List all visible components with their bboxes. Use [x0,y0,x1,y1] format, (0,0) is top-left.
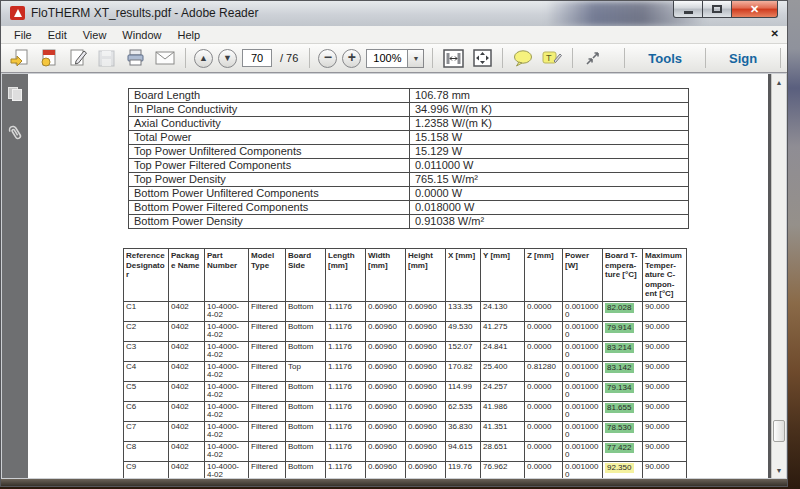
add-comment-button[interactable] [511,48,535,69]
table-row: C1 0402 10-4000-4-02 Filtered Bottom 1.1… [124,301,687,321]
close-button[interactable]: ✕ [732,1,778,18]
cell-length: 1.1176 [326,421,366,441]
sign-document-button[interactable] [66,48,90,69]
cell-x: 49.530 [446,321,481,341]
cell-height: 0.60960 [406,301,446,321]
cell-model-type: Filtered [249,461,286,478]
vertical-scrollbar[interactable]: ▲ ▼ [771,74,786,478]
create-pdf-icon [39,49,59,67]
create-pdf-button[interactable] [37,48,61,69]
toolbar-separator [309,48,310,68]
page-count-label: / 76 [280,52,298,64]
menubar-close-icon[interactable]: ✕ [771,28,779,39]
table-row: C3 0402 10-4000-4-02 Filtered Bottom 1.1… [124,341,687,361]
cell-length: 1.1176 [326,361,366,381]
summary-value: 0.018000 W [410,201,689,215]
cell-power: 0.0010000 [563,301,603,321]
share-button[interactable] [581,48,605,69]
zoom-in-button[interactable]: + [342,49,361,68]
cell-max-temperature: 90.000 [643,341,687,361]
next-page-button[interactable]: ▼ [218,49,237,68]
tools-button[interactable]: Tools [633,51,697,66]
cell-package: 0402 [169,401,205,421]
cell-reference: C8 [124,441,169,461]
cell-package: 0402 [169,461,205,478]
summary-label: Board Length [129,89,410,103]
cell-y: 41.351 [481,421,525,441]
temperature-highlight: 81.655 [605,403,634,414]
component-results-table: Reference DesignatorPackage NamePart Num… [123,248,687,478]
cell-height: 0.60960 [406,401,446,421]
cell-package: 0402 [169,441,205,461]
cell-board-temperature: 79.134 [603,381,643,401]
cell-max-temperature: 90.000 [643,401,687,421]
summary-row: Bottom Power Unfiltered Components 0.000… [129,187,689,201]
column-header: Package Name [169,249,205,302]
maximize-button[interactable] [703,1,732,18]
save-icon [98,50,116,67]
fit-width-button[interactable] [441,48,465,69]
menu-help[interactable]: Help [169,27,208,43]
cell-model-type: Filtered [249,421,286,441]
cell-part-number: 10-4000-4-02 [205,381,249,401]
cell-y: 41.275 [481,321,525,341]
minimize-icon [684,11,693,14]
cell-max-temperature: 90.000 [643,361,687,381]
print-button[interactable] [124,48,148,69]
cell-height: 0.60960 [406,321,446,341]
summary-row: Top Power Unfiltered Components 15.129 W [129,145,689,159]
zoom-out-button[interactable]: − [318,49,337,68]
summary-label: Bottom Power Filtered Components [129,201,410,215]
column-header: Y [mm] [481,249,525,302]
column-header: Power [W] [563,249,603,302]
summary-value: 15.129 W [410,145,689,159]
window-title: FloTHERM XT_results.pdf - Adobe Reader [31,6,258,20]
cell-height: 0.60960 [406,341,446,361]
summary-value: 0.011000 W [410,159,689,173]
highlight-text-button[interactable]: T [540,48,564,69]
svg-text:T: T [546,53,552,63]
sign-button[interactable]: Sign [714,51,772,66]
save-button[interactable] [95,48,119,69]
cell-y: 76.962 [481,461,525,478]
menu-edit[interactable]: Edit [40,27,75,43]
zoom-level-select[interactable]: 100% ▼ [366,49,424,68]
summary-row: Axial Conductivity 1.2358 W/(m K) [129,117,689,131]
chevron-down-icon[interactable]: ▼ [408,49,424,68]
cell-board-temperature: 83.214 [603,341,643,361]
cell-max-temperature: 90.000 [643,321,687,341]
menu-view[interactable]: View [75,27,115,43]
cell-reference: C2 [124,321,169,341]
summary-label: Bottom Power Density [129,215,410,229]
cell-y: 25.400 [481,361,525,381]
menu-window[interactable]: Window [114,27,169,43]
cell-power: 0.0010000 [563,461,603,478]
summary-value: 15.158 W [410,131,689,145]
cell-length: 1.1176 [326,301,366,321]
cell-model-type: Filtered [249,341,286,361]
sign-document-icon [68,49,88,67]
cell-z: 0.0000 [525,341,563,361]
toolbar-separator [705,48,706,68]
cell-x: 62.535 [446,401,481,421]
column-header: Length [mm] [326,249,366,302]
page-number-input[interactable] [242,49,272,67]
document-page[interactable]: Board Length 106.78 mm In Plane Conducti… [28,74,768,478]
cell-part-number: 10-4000-4-02 [205,361,249,381]
open-file-button[interactable] [8,48,32,69]
page-thumbnails-icon[interactable] [7,86,24,102]
comment-button[interactable]: Comment [789,51,800,66]
menu-file[interactable]: File [6,27,40,43]
cell-x: 36.830 [446,421,481,441]
menubar: File Edit View Window Help ✕ [1,26,787,44]
plus-icon: + [348,50,356,64]
previous-page-button[interactable]: ▲ [194,49,213,68]
cell-x: 114.99 [446,381,481,401]
scroll-up-icon[interactable]: ▲ [772,75,786,89]
fit-page-button[interactable] [470,48,494,69]
scrollbar-thumb[interactable] [773,420,785,442]
minimize-button[interactable] [673,1,703,18]
email-button[interactable] [153,48,177,69]
scroll-down-icon[interactable]: ▼ [772,463,786,477]
attachments-paperclip-icon[interactable] [3,121,27,146]
